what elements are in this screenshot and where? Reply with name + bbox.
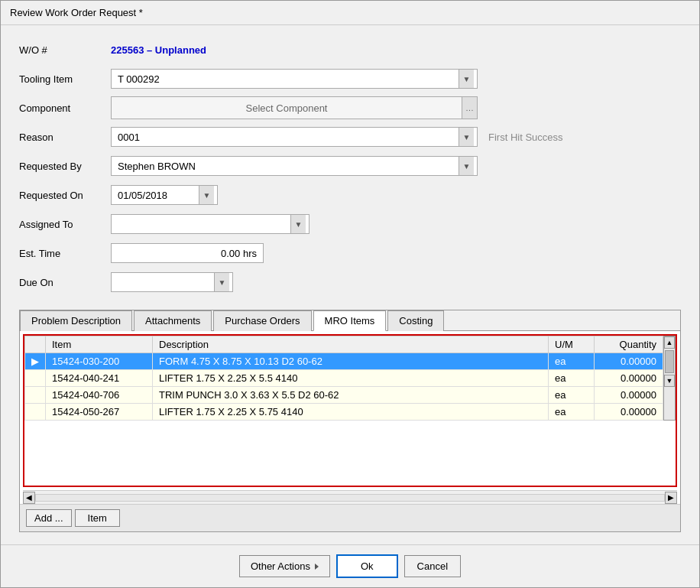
cell-item: 15424-030-200 [46,353,153,370]
component-btn-side[interactable]: … [462,97,477,119]
content-area: W/O # 225563 – Unplanned Tooling Item T … [1,25,699,544]
est-time-value: 0.00 hrs [221,248,257,259]
scroll-up-button[interactable]: ▲ [664,336,675,349]
wo-number: 225563 – Unplanned [111,44,206,56]
scroll-thumb[interactable] [665,350,674,373]
scroll-track[interactable] [35,494,665,502]
tab-bar: Problem Description Attachments Purchase… [20,310,680,331]
assigned-to-dropdown-arrow[interactable]: ▼ [290,215,306,233]
col-quantity: Quantity [595,336,663,353]
requested-by-row: Requested By Stephen BROWN ▼ [19,154,681,178]
table-row[interactable]: 15424-040-241 LIFTER 1.75 X 2.25 X 5.5 4… [25,370,663,387]
col-um: U/M [549,336,595,353]
component-select-button[interactable]: Select Component … [111,96,478,119]
cancel-button[interactable]: Cancel [404,555,461,577]
col-item: Item [46,336,153,353]
mro-table: Item Description U/M Quantity ▶ [24,336,663,421]
est-time-label: Est. Time [19,248,111,259]
row-indicator [25,387,46,404]
row-indicator [25,404,46,421]
reason-row: Reason 0001 ▼ First Hit Success [19,125,681,149]
requested-by-dropdown[interactable]: Stephen BROWN ▼ [111,156,478,176]
tooling-dropdown-arrow[interactable]: ▼ [459,70,474,88]
form-section: W/O # 225563 – Unplanned Tooling Item T … [19,37,681,294]
tooling-label: Tooling Item [19,73,111,85]
requested-on-date[interactable]: 01/05/2018 ▼ [111,185,218,205]
scroll-down-button[interactable]: ▼ [664,375,675,387]
assigned-to-label: Assigned To [19,219,111,230]
cell-um: ea [549,404,595,421]
cell-quantity: 0.00000 [595,404,663,421]
component-control-area: Select Component … [111,96,681,119]
action-bar: Other Actions Ok Cancel [1,544,699,587]
cell-item: 15424-040-241 [46,370,153,387]
col-description: Description [153,336,549,353]
cell-description: LIFTER 1.75 X 2.25 X 5.5 4140 [153,370,549,387]
est-time-row: Est. Time 0.00 hrs [19,241,681,265]
chevron-down-icon: ▼ [463,75,471,83]
first-hit-label: First Hit Success [488,132,563,143]
requested-on-label: Requested On [19,190,111,201]
reason-dropdown-arrow[interactable]: ▼ [459,128,474,146]
requested-on-dropdown-arrow[interactable]: ▼ [199,186,214,204]
table-row[interactable]: 15424-050-267 LIFTER 1.75 X 2.25 X 5.75 … [25,404,663,421]
row-indicator: ▶ [25,353,46,370]
tabs-container: Problem Description Attachments Purchase… [19,310,681,532]
due-on-row: Due On ▼ [19,270,681,294]
wo-value-area: 225563 – Unplanned [111,44,681,56]
due-on-dropdown[interactable]: ▼ [111,272,233,292]
tab-costing[interactable]: Costing [387,310,444,331]
table-row[interactable]: ▶ 15424-030-200 FORM 4.75 X 8.75 X 10.13… [25,353,663,370]
est-time-input[interactable]: 0.00 hrs [111,243,264,263]
chevron-down-icon: ▼ [463,162,471,171]
requested-on-value: 01/05/2018 [115,190,199,201]
cell-description: LIFTER 1.75 X 2.25 X 5.75 4140 [153,404,549,421]
scroll-left-button[interactable]: ◀ [23,492,35,504]
requested-by-dropdown-arrow[interactable]: ▼ [459,157,474,175]
cell-um: ea [549,353,595,370]
due-on-label: Due On [19,277,111,288]
chevron-down-icon: ▼ [219,278,226,287]
assigned-to-control-area: ▼ [111,214,681,234]
tooling-dropdown[interactable]: T 000292 ▼ [111,69,478,89]
due-on-dropdown-arrow[interactable]: ▼ [214,273,229,291]
title-bar: Review Work Order Request * [1,1,699,25]
cell-quantity: 0.00000 [595,353,663,370]
cell-um: ea [549,387,595,404]
vertical-scrollbar[interactable]: ▲ ▼ [663,336,676,421]
wo-label: W/O # [19,44,111,56]
chevron-down-icon: ▼ [295,220,303,229]
cell-um: ea [549,370,595,387]
tab-attachments[interactable]: Attachments [134,310,212,331]
due-on-control-area: ▼ [111,272,681,292]
other-actions-button[interactable]: Other Actions [239,555,330,577]
assigned-to-dropdown[interactable]: ▼ [111,214,309,234]
component-placeholder: Select Component [112,102,462,114]
chevron-down-icon: ▼ [463,133,471,141]
other-actions-label: Other Actions [251,560,310,572]
reason-value: 0001 [115,132,459,143]
requested-by-value: Stephen BROWN [115,161,459,172]
tooling-value: T 000292 [115,73,459,85]
requested-on-row: Requested On 01/05/2018 ▼ [19,183,681,207]
requested-by-label: Requested By [19,161,111,172]
table-header: Item Description U/M Quantity [25,336,663,353]
tab-purchase-orders[interactable]: Purchase Orders [213,310,311,331]
item-button[interactable]: Item [75,509,120,527]
tab-content-mro: Item Description U/M Quantity ▶ [20,331,680,531]
cell-quantity: 0.00000 [595,387,663,404]
tooling-control-area: T 000292 ▼ [111,69,681,89]
add-button[interactable]: Add ... [26,509,72,527]
chevron-down-icon: ▼ [203,191,211,200]
tab-mro-items[interactable]: MRO Items [313,310,387,331]
ok-button[interactable]: Ok [336,554,398,578]
main-window: Review Work Order Request * W/O # 225563… [0,0,700,588]
col-indicator [25,336,46,353]
table-row[interactable]: 15424-040-706 TRIM PUNCH 3.0 X 3.63 X 5.… [25,387,663,404]
requested-by-control-area: Stephen BROWN ▼ [111,156,681,176]
scroll-right-button[interactable]: ▶ [665,492,677,504]
tab-problem-description[interactable]: Problem Description [20,310,132,331]
reason-dropdown[interactable]: 0001 ▼ [111,127,478,147]
cell-item: 15424-040-706 [46,387,153,404]
row-indicator [25,370,46,387]
